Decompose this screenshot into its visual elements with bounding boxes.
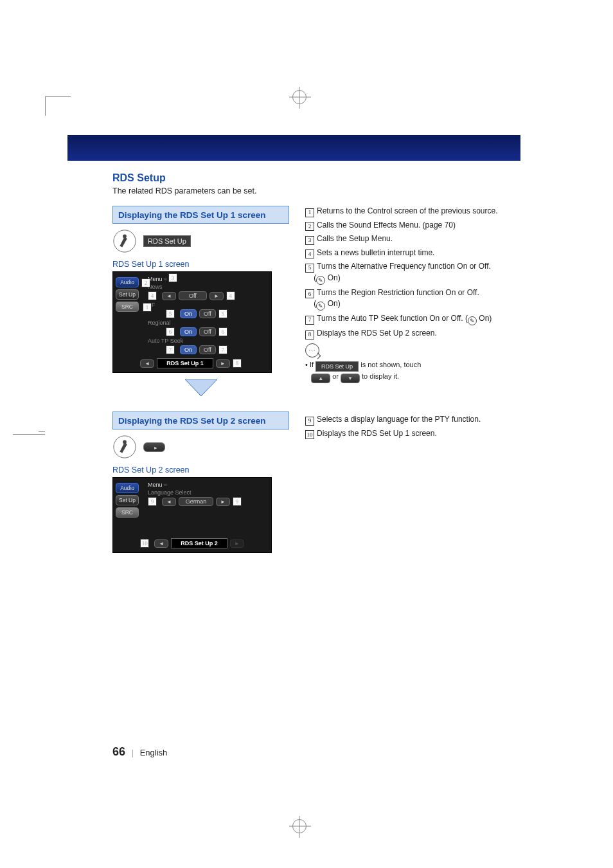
callout-3: 3 <box>168 273 177 282</box>
rds-screen-2: Audio Set Up SRC Menu « Language Select … <box>112 477 272 553</box>
callout-4-left: 4 <box>148 291 157 300</box>
note-text: • If RDS Set Up is not shown, touch ▲ or… <box>305 360 524 384</box>
page-lang: English <box>140 748 168 757</box>
autotp-on: On <box>180 345 197 354</box>
row-autotp-label: Auto TP Seek <box>148 338 194 344</box>
crop-mark-top-center <box>292 90 306 107</box>
section-subtitle: The related RDS parameters can be set. <box>112 186 524 195</box>
panel1-title: Displaying the RDS Set Up 1 screen <box>112 206 289 224</box>
menu2-label: Menu <box>148 482 163 488</box>
description-list-2: 9Selects a display language for the PTY … <box>305 414 524 439</box>
pen-icon <box>316 302 325 311</box>
row-news-label: News <box>148 284 186 290</box>
callout-8: 8 <box>233 359 242 368</box>
screen1-caption: RDS Set Up 1 screen <box>112 260 289 269</box>
page-number: 66 <box>112 745 125 758</box>
d2-t9: Selects a display language for the PTY f… <box>317 415 481 424</box>
row-lang-label: Language Select <box>148 489 206 496</box>
footer-next: ► <box>216 359 230 368</box>
section-title: RDS Setup <box>112 172 524 184</box>
sidebar2-btn-audio: Audio <box>116 483 139 493</box>
callout-10: 10 <box>140 539 149 548</box>
callout-2: 2 <box>141 278 150 287</box>
footer-prev: ◄ <box>140 359 154 368</box>
rds-setup-pill: RDS Set Up <box>143 235 191 247</box>
screen2-caption: RDS Set Up 2 screen <box>112 466 289 475</box>
d1-n5: 5 <box>305 264 314 273</box>
description-list-1: 1Returns to the Control screen of the pr… <box>305 206 524 339</box>
d1-t7b: On) <box>477 314 492 323</box>
d1-n8: 8 <box>305 330 314 339</box>
d2-t10: Displays the RDS Set Up 1 screen. <box>317 429 437 438</box>
callout-6-right: 6 <box>218 327 227 336</box>
note-end: to display it. <box>362 372 399 380</box>
note-pill: RDS Set Up <box>315 361 359 372</box>
callout-1: 1 <box>143 303 152 312</box>
panel1-title-text: Displaying the RDS Set Up 1 screen <box>118 210 266 220</box>
row-regional-label: Regional <box>148 320 186 326</box>
touch-hand-icon <box>112 435 137 459</box>
d1-t7: Turns the Auto TP Seek function On or Of… <box>317 314 468 323</box>
svg-point-1 <box>123 235 127 239</box>
crop-mark-bottom-center <box>292 819 306 836</box>
lang-prev: ◄ <box>162 498 176 506</box>
callout-9-left: 9 <box>148 497 157 506</box>
note-prefix: If <box>310 361 315 368</box>
d1-t8: Displays the RDS Set Up 2 screen. <box>317 329 437 338</box>
sidebar2-btn-src: SRC <box>116 507 139 518</box>
d1-n4: 4 <box>305 249 314 258</box>
d1-n1: 1 <box>305 208 314 217</box>
d1-n3: 3 <box>305 236 314 245</box>
regional-off: Off <box>199 327 216 336</box>
callout-5-right: 5 <box>218 309 227 318</box>
d1-t1: Returns to the Control screen of the pre… <box>317 206 497 215</box>
d1-t2: Calls the Sound Effects Menu. (page 70) <box>317 221 456 230</box>
footer2-next: ► <box>230 539 244 548</box>
down-key-icon: ▼ <box>341 374 360 383</box>
news-next: ► <box>209 292 224 300</box>
autotp-off: Off <box>199 345 216 354</box>
d1-t6: Turns the Region Restriction function On… <box>317 288 479 297</box>
callout-7-right: 7 <box>218 345 227 354</box>
news-prev: ◄ <box>162 292 176 300</box>
d1-t6b: On) <box>325 299 340 308</box>
callout-6-left: 6 <box>166 327 175 336</box>
callout-4-right: 4 <box>226 291 235 300</box>
page-footer: 66 | English <box>112 745 167 759</box>
touch-hand-icon <box>112 229 137 253</box>
callout-9-right: 9 <box>233 497 242 506</box>
crop-mark-tl <box>45 96 71 116</box>
sidebar-btn-audio: Audio <box>116 277 139 287</box>
callout-5-left: 5 <box>166 309 175 318</box>
regional-on: On <box>180 327 197 336</box>
rds-screen-1: Audio Set Up SRC 2 1 3 Menu « News 4 ◄ O… <box>112 271 272 373</box>
lang-next: ► <box>216 498 230 506</box>
d1-n7: 7 <box>305 316 314 325</box>
next-pill <box>143 442 165 452</box>
footer2-prev: ◄ <box>154 539 168 548</box>
screen1-footer: RDS Set Up 1 <box>157 358 213 368</box>
callout-7-left: 7 <box>166 345 175 354</box>
news-value: Off <box>179 291 207 300</box>
note-mid: is not shown, touch <box>360 361 421 368</box>
d1-t3: Calls the Setup Menu. <box>317 234 393 243</box>
svg-point-4 <box>123 440 127 444</box>
sidebar2-btn-setup: Set Up <box>116 495 139 505</box>
svg-marker-2 <box>185 379 217 396</box>
d1-n2: 2 <box>305 222 314 231</box>
header-bar <box>67 135 520 161</box>
pen-icon <box>468 316 477 325</box>
row-af-label: AF <box>148 302 186 308</box>
up-key-icon: ▲ <box>311 374 330 383</box>
panel2-title: Displaying the RDS Set Up 2 screen <box>112 411 289 429</box>
d1-t5b: On) <box>325 273 340 282</box>
sidebar-btn-setup: Set Up <box>116 289 139 300</box>
d1-t5: Turns the Alternative Frequency function… <box>317 262 491 271</box>
af-off: Off <box>199 309 216 318</box>
d1-t4: Sets a news bulletin interrupt time. <box>317 248 434 257</box>
d2-n9: 9 <box>305 417 314 426</box>
screen2-footer: RDS Set Up 2 <box>171 538 227 548</box>
d1-n6: 6 <box>305 289 314 298</box>
pen-icon <box>316 276 325 285</box>
note-icon <box>305 343 319 357</box>
